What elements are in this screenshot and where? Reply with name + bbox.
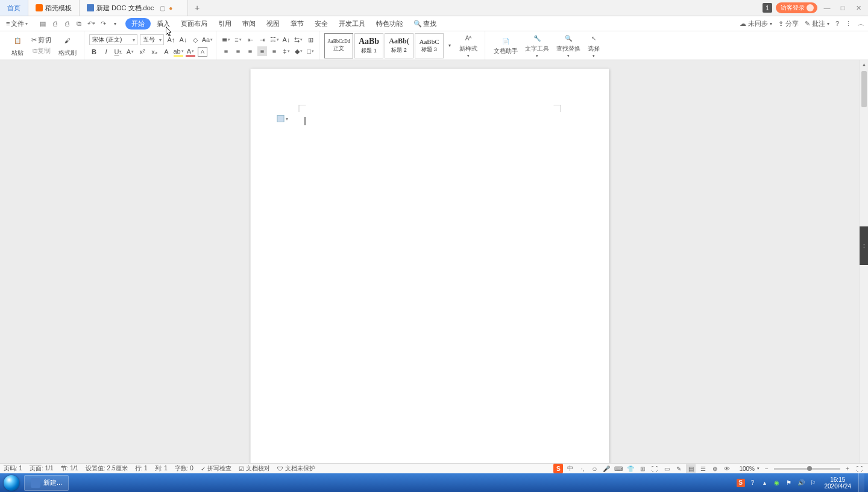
align-distribute-button[interactable]: ≡ (269, 46, 279, 56)
font-name-select[interactable]: 宋体 (正文) (89, 34, 137, 45)
qat-print-preview-icon[interactable]: ⎙ (51, 19, 59, 28)
view-print-layout-icon[interactable]: ▤ (686, 464, 696, 473)
strikethrough-button[interactable]: A (125, 47, 135, 57)
tab-template[interactable]: 稻壳模板 (28, 0, 80, 16)
cut-button[interactable]: ✂剪切 (31, 36, 51, 45)
share-button[interactable]: ⇪分享 (778, 19, 799, 28)
align-right-button[interactable]: ≡ (245, 46, 255, 56)
ime-lang-button[interactable]: 中 (565, 464, 575, 473)
bullet-list-button[interactable]: ≣ (221, 35, 231, 45)
copy-button[interactable]: ⧉复制 (31, 46, 51, 56)
doc-helper-button[interactable]: 📄文档助手 (490, 36, 521, 55)
shading-button[interactable]: ◆ (294, 46, 303, 56)
scroll-thumb[interactable] (861, 71, 867, 107)
help-button[interactable]: ? (835, 20, 839, 27)
hamburger-menu[interactable]: ≡ 文件 ▾ (4, 17, 33, 30)
menu-section[interactable]: 章节 (286, 17, 309, 30)
find-replace-button[interactable]: 🔍查找替换▾ (553, 33, 584, 58)
new-style-button[interactable]: Aᴬ新样式▾ (456, 33, 481, 58)
view-eyecare-icon[interactable]: 👁 (722, 464, 732, 473)
window-close-button[interactable]: ✕ (852, 2, 864, 14)
sort-button[interactable]: A↓ (281, 35, 291, 45)
tray-expand-icon[interactable]: ▴ (761, 479, 769, 487)
comment-button[interactable]: ✎批注▾ (805, 19, 829, 28)
border-button[interactable]: □ (306, 46, 315, 56)
menu-start[interactable]: 开始 (125, 18, 151, 30)
style-normal[interactable]: AaBbCcDd正文 (324, 33, 353, 58)
select-button[interactable]: ↖选择▾ (584, 33, 603, 58)
ime-punct-icon[interactable]: ·, (577, 464, 587, 473)
show-marks-button[interactable]: ⊞ (306, 35, 315, 45)
tray-network-icon[interactable]: ◉ (773, 479, 781, 487)
number-list-button[interactable]: ≡ (233, 35, 243, 45)
show-desktop-button[interactable] (858, 473, 864, 492)
document-area[interactable]: ▾ (0, 60, 860, 473)
tab-document[interactable]: 新建 DOC 文档.doc ▢ ● (80, 0, 188, 16)
format-painter-button[interactable]: 🖌格式刷 (55, 34, 80, 57)
menu-search[interactable]: 🔍查找 (409, 17, 441, 30)
more-button[interactable]: ⋮ (845, 20, 852, 28)
qat-paste-icon[interactable]: ⧉ (75, 19, 83, 28)
ime-emoji-icon[interactable]: ☺ (590, 464, 599, 473)
style-heading3[interactable]: AaBbC标题 3 (415, 33, 444, 58)
side-panel-handle[interactable]: ⫶ (860, 226, 868, 265)
tray-help-icon[interactable]: ? (749, 479, 757, 487)
start-button[interactable] (0, 473, 23, 492)
notification-badge[interactable]: 1 (763, 3, 772, 13)
style-heading1[interactable]: AaBb标题 1 (354, 33, 383, 58)
menu-review[interactable]: 审阅 (237, 17, 260, 30)
bold-button[interactable]: B (89, 47, 99, 57)
text-tool-button[interactable]: 🔧文字工具▾ (521, 33, 553, 58)
view-outline-icon[interactable]: ☰ (698, 464, 708, 473)
status-wordcount[interactable]: 字数: 0 (175, 464, 193, 473)
status-line[interactable]: 行: 1 (135, 464, 148, 473)
paragraph-options-icon[interactable] (277, 115, 285, 122)
style-heading2[interactable]: AaBb(标题 2 (385, 33, 414, 58)
sogou-ime-icon[interactable]: S (553, 464, 563, 473)
menu-view[interactable]: 视图 (262, 17, 285, 30)
zoom-in-button[interactable]: + (843, 464, 852, 473)
ime-voice-icon[interactable]: 🎤 (602, 464, 611, 473)
status-docproof[interactable]: ☑文档校对 (239, 464, 270, 473)
char-border-button[interactable]: A (198, 47, 207, 57)
status-col[interactable]: 列: 1 (155, 464, 168, 473)
paragraph-options-dropdown-icon[interactable]: ▾ (286, 116, 288, 122)
ime-keyboard-icon[interactable]: ⌨ (614, 464, 623, 473)
styles-expand-button[interactable]: ▾ (445, 41, 454, 51)
align-left-button[interactable]: ≡ (221, 46, 231, 56)
collapse-ribbon-button[interactable]: ︿ (858, 19, 864, 28)
font-color-button[interactable]: A (186, 47, 195, 57)
menu-security[interactable]: 安全 (310, 17, 333, 30)
scroll-up-icon[interactable]: ▲ (860, 60, 868, 69)
status-section[interactable]: 节: 1/1 (61, 464, 78, 473)
zoom-value[interactable]: 100% (739, 466, 755, 472)
menu-pagelayout[interactable]: 页面布局 (176, 17, 212, 30)
ime-toolbox-icon[interactable]: ⊞ (638, 464, 647, 473)
vertical-scrollbar[interactable]: ▲ ▼ (860, 60, 868, 473)
menu-insert[interactable]: 插入 (152, 17, 175, 30)
ime-skin-icon[interactable]: 👕 (626, 464, 635, 473)
italic-button[interactable]: I (101, 47, 111, 57)
view-fullscreen-icon[interactable]: ⛶ (650, 464, 659, 473)
paste-button[interactable]: 📋粘贴 (7, 34, 28, 57)
taskbar-app-wps[interactable]: 新建... (24, 475, 69, 491)
view-annotate-icon[interactable]: ✎ (674, 464, 684, 473)
qat-undo-button[interactable]: ↶▾ (87, 19, 95, 28)
clear-format-button[interactable]: ◇ (190, 35, 200, 45)
tab-home[interactable]: 首页 (0, 0, 28, 16)
change-case-button[interactable]: Aa (203, 35, 212, 45)
window-minimize-button[interactable]: — (821, 2, 833, 14)
line-spacing-button[interactable]: ‡ (281, 46, 291, 56)
tray-volume-icon[interactable]: 🔊 (797, 479, 805, 487)
tray-flag-icon[interactable]: ⚐ (809, 479, 817, 487)
qat-redo-button[interactable]: ↷ (99, 19, 107, 28)
fit-text-button[interactable]: ⇆ (294, 35, 303, 45)
menu-references[interactable]: 引用 (213, 17, 236, 30)
zoom-fit-button[interactable]: ⛶ (855, 464, 864, 473)
status-setvalue[interactable]: 设置值: 2.5厘米 (86, 464, 127, 473)
tray-security-icon[interactable]: ⚑ (785, 479, 793, 487)
zoom-slider-knob[interactable] (807, 466, 812, 471)
status-page[interactable]: 页面: 1/1 (30, 464, 53, 473)
underline-button[interactable]: U (113, 47, 123, 57)
indent-button[interactable]: ⇥ (257, 35, 267, 45)
